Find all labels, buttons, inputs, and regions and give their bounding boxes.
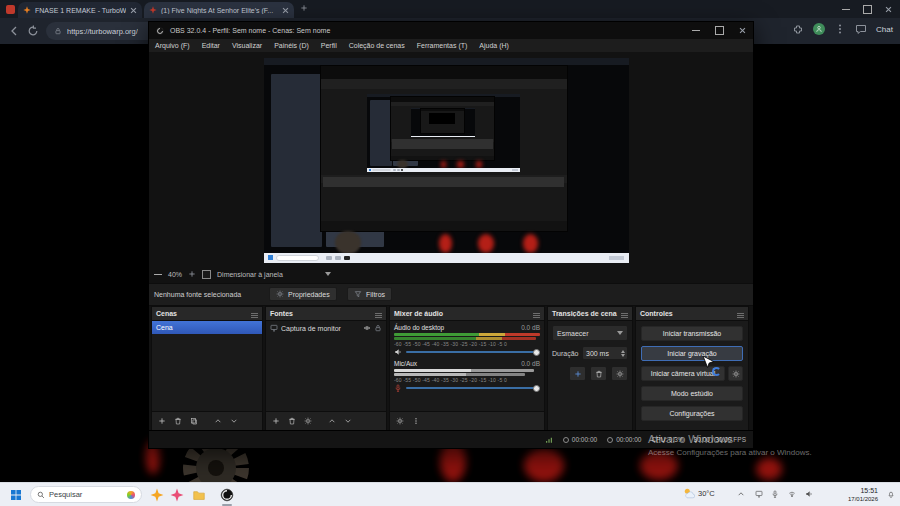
notification-bell-icon[interactable]	[887, 490, 895, 498]
obs-minimize-icon[interactable]	[692, 30, 700, 31]
menu-editar[interactable]: Editar	[196, 42, 226, 49]
menu-visualizar[interactable]: Visualizar	[226, 42, 268, 49]
browser-menu-dots-icon[interactable]	[834, 23, 846, 35]
transition-select[interactable]: Esmaecer	[552, 325, 628, 341]
obs-close-icon[interactable]	[739, 27, 746, 34]
taskbar-app-star-icon[interactable]	[170, 488, 184, 502]
move-scene-down-icon[interactable]	[230, 417, 238, 425]
source-lock-icon[interactable]	[374, 324, 382, 332]
dock-grip-icon[interactable]	[251, 313, 258, 314]
obs-menubar: Arquivo (F) Editar Visualizar Painéis (D…	[149, 39, 753, 53]
chat-bubble-icon[interactable]	[855, 23, 867, 35]
virtual-camera-settings-button[interactable]	[728, 366, 743, 381]
dock-grip-icon[interactable]	[737, 313, 744, 314]
tray-wifi-icon[interactable]	[788, 490, 796, 498]
weather-widget[interactable]: 30°C	[683, 487, 715, 499]
controls-panel-header[interactable]: Controles	[636, 307, 748, 321]
move-source-down-icon[interactable]	[344, 417, 352, 425]
spin-up-icon[interactable]	[621, 350, 625, 353]
dock-grip-icon[interactable]	[621, 313, 628, 314]
tab-close-icon[interactable]	[130, 7, 137, 14]
mixer-menu-dots-icon[interactable]	[412, 417, 420, 425]
tab-label: (1) Five Nights At Senhor Elite's (F...	[161, 7, 278, 14]
slider-knob[interactable]	[533, 385, 540, 392]
move-scene-up-icon[interactable]	[214, 417, 222, 425]
taskbar-app-turbowarp-icon[interactable]	[150, 488, 164, 502]
desktop-audio-volume-slider[interactable]	[406, 351, 540, 353]
preview-canvas[interactable]	[264, 58, 629, 263]
source-properties-gear-icon[interactable]	[304, 417, 312, 425]
mic-icon[interactable]	[394, 384, 402, 392]
back-icon[interactable]	[8, 25, 20, 37]
remove-transition-button[interactable]	[590, 366, 607, 381]
mic-aux-volume-slider[interactable]	[406, 387, 540, 389]
tray-mic-icon[interactable]	[771, 490, 779, 498]
preview-options-caret-icon[interactable]	[325, 272, 331, 276]
menu-perfil[interactable]: Perfil	[315, 42, 343, 49]
add-source-icon[interactable]	[272, 417, 280, 425]
speaker-icon[interactable]	[394, 348, 402, 356]
new-tab-button[interactable]	[300, 4, 308, 12]
filters-button[interactable]: Filtros	[347, 287, 392, 301]
obs-window: OBS 32.0.4 - Perfil: Sem nome - Cenas: S…	[148, 21, 754, 449]
menu-ferramentas[interactable]: Ferramentas (T)	[411, 42, 474, 49]
search-placeholder: Pesquisar	[49, 490, 123, 499]
tab-close-icon[interactable]	[282, 7, 289, 14]
remove-source-trash-icon[interactable]	[288, 417, 296, 425]
profile-avatar[interactable]	[813, 23, 825, 35]
source-list-item[interactable]: Captura de monitor	[266, 321, 386, 335]
menu-paineis[interactable]: Painéis (D)	[268, 42, 315, 49]
move-source-up-icon[interactable]	[328, 417, 336, 425]
browser-corner-icon[interactable]	[6, 5, 15, 14]
settings-button[interactable]: Configurações	[641, 406, 743, 421]
monitor-capture-icon	[270, 324, 278, 332]
menu-arquivo[interactable]: Arquivo (F)	[149, 42, 196, 49]
scenes-panel-header[interactable]: Cenas	[152, 307, 262, 321]
spin-down-icon[interactable]	[621, 354, 625, 357]
browser-close-icon[interactable]	[885, 6, 892, 13]
browser-tab-five-nights[interactable]: (1) Five Nights At Senhor Elite's (F...	[144, 2, 294, 18]
tray-monitor-icon[interactable]	[755, 490, 763, 498]
obs-titlebar[interactable]: OBS 32.0.4 - Perfil: Sem nome - Cenas: S…	[149, 22, 753, 39]
browser-maximize-icon[interactable]	[863, 5, 872, 14]
advanced-audio-gear-icon[interactable]	[396, 417, 404, 425]
browser-minimize-icon[interactable]	[842, 9, 850, 10]
reload-icon[interactable]	[27, 25, 39, 37]
fit-to-window-checkbox[interactable]	[202, 270, 211, 279]
browser-tab-fnase[interactable]: FNASE 1 REMAKE - TurboWa...	[18, 2, 142, 18]
transition-properties-button[interactable]	[611, 366, 628, 381]
source-visibility-eye-icon[interactable]	[363, 324, 371, 332]
transitions-panel-header[interactable]: Transições de cena	[548, 307, 632, 321]
taskbar-clock[interactable]: 15:51 17/01/2026	[848, 487, 878, 503]
scene-list-item[interactable]: Cena	[152, 321, 262, 334]
duration-spinner[interactable]: 300 ms	[582, 346, 628, 360]
mixer-panel-header[interactable]: Mixer de áudio	[390, 307, 544, 321]
remove-scene-trash-icon[interactable]	[174, 417, 182, 425]
sources-panel-header[interactable]: Fontes	[266, 307, 386, 321]
studio-mode-button[interactable]: Modo estúdio	[641, 386, 743, 401]
taskbar-app-explorer-folder-icon[interactable]	[192, 488, 206, 502]
chat-label[interactable]: Chat	[876, 25, 893, 34]
slider-knob[interactable]	[533, 349, 540, 356]
extensions-puzzle-icon[interactable]	[792, 23, 804, 35]
taskbar-search[interactable]: Pesquisar	[30, 486, 142, 503]
taskbar-app-obs-icon[interactable]	[220, 488, 234, 502]
start-button-windows-icon[interactable]	[10, 489, 22, 501]
dock-grip-icon[interactable]	[375, 313, 382, 314]
stream-indicator-icon	[607, 437, 613, 443]
duplicate-scene-icon[interactable]	[190, 417, 198, 425]
dock-grip-icon[interactable]	[533, 313, 540, 314]
add-transition-button[interactable]	[569, 366, 586, 381]
menu-colecao-cenas[interactable]: Coleção de cenas	[343, 42, 411, 49]
properties-button[interactable]: Propriedades	[269, 287, 337, 301]
start-streaming-button[interactable]: Iniciar transmissão	[641, 326, 743, 341]
tray-volume-icon[interactable]	[805, 490, 813, 498]
tray-chevron-up-icon[interactable]	[737, 490, 745, 498]
zoom-out-icon[interactable]	[154, 274, 162, 275]
controls-title: Controles	[636, 310, 737, 317]
menu-ajuda[interactable]: Ajuda (H)	[473, 42, 515, 49]
obs-maximize-icon[interactable]	[715, 26, 724, 35]
add-scene-icon[interactable]	[158, 417, 166, 425]
start-recording-button[interactable]: Iniciar gravação	[641, 346, 743, 361]
zoom-in-icon[interactable]	[188, 270, 196, 278]
